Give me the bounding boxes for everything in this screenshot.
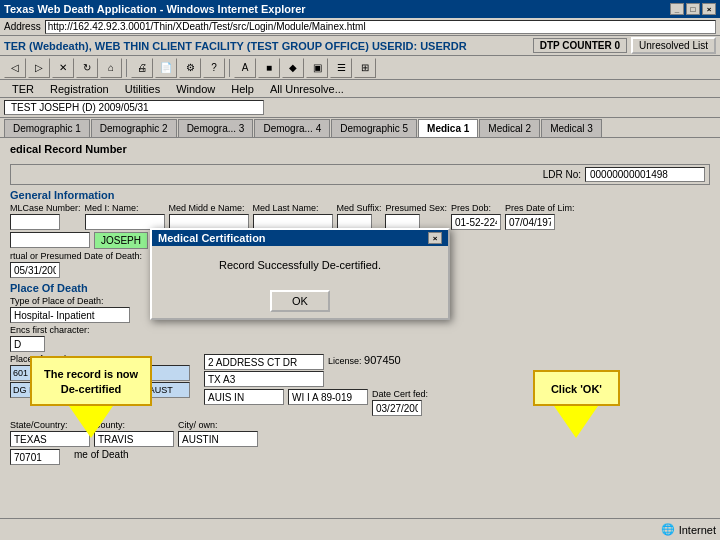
refresh-button[interactable]: ↻ [76,58,98,78]
toolbar-btn-b[interactable]: ■ [258,58,280,78]
status-text: Internet [679,524,716,536]
forward-button[interactable]: ▷ [28,58,50,78]
cityown-cell: City/ own: [178,420,258,447]
modal-titlebar: Medical Certification × [152,230,448,246]
menu-all-unresolved[interactable]: All Unresolve... [262,82,352,96]
addr2-input[interactable] [204,354,324,370]
medmiddle-cell: Med Midd e Name: [169,203,249,230]
zip-input[interactable] [10,449,60,465]
datecert-input[interactable] [372,400,422,416]
address-cell: Place of Death: [10,354,190,398]
status-bar: 🌐 Internet [0,518,720,540]
date-death-input[interactable] [10,262,60,278]
presdatelim-label: Pres Date of Lim: [505,203,575,213]
city2-cell [204,389,284,405]
presspx-cell: Presumed Sex: [385,203,447,230]
unresolved-button[interactable]: Unresolved List [631,37,716,54]
city2-input[interactable] [204,389,284,405]
modal-dialog: Medical Certification × Record Successfu… [150,228,450,320]
city2-row: Date Cert fed: [204,389,428,416]
address-bar: Address [0,18,720,36]
stop-button[interactable]: ✕ [52,58,74,78]
dtp-counter: DTP COUNTER 0 [533,38,627,53]
medsuffix-cell: Med Suffix: [337,203,382,230]
tab-medical2[interactable]: Medical 2 [479,119,540,137]
toolbar-btn-c[interactable]: ◆ [282,58,304,78]
address-input[interactable] [45,20,716,34]
type-place-label: Type of Place of Death: [10,296,130,306]
tabs-row: Demographic 1 Demographic 2 Demogra... 3… [0,118,720,138]
window-title: Texas Web Death Application - Windows In… [4,3,306,15]
presdob-input[interactable] [451,214,501,230]
cityown-label: City/ own: [178,420,258,430]
cityown-input[interactable] [178,431,258,447]
presdatelim-input[interactable] [505,214,555,230]
toolbar: ◁ ▷ ✕ ↻ ⌂ 🖨 📄 ⚙ ? A ■ ◆ ▣ ☰ ⊞ [0,56,720,80]
modal-ok-button[interactable]: OK [270,290,330,312]
title-bar: Texas Web Death Application - Windows In… [0,0,720,18]
tab-demographic1[interactable]: Demographic 1 [4,119,90,137]
home-button[interactable]: ⌂ [100,58,122,78]
menu-utilities[interactable]: Utilities [117,82,168,96]
minimize-button[interactable]: _ [670,3,684,15]
back-button[interactable]: ◁ [4,58,26,78]
menu-registration[interactable]: Registration [42,82,117,96]
internet-status: 🌐 Internet [661,523,716,536]
address-input-field[interactable] [10,365,190,381]
tab-demographic2[interactable]: Demographic 2 [91,119,177,137]
toolbar-btn-e[interactable]: ☰ [330,58,352,78]
help-toolbar-button[interactable]: ? [203,58,225,78]
license-label: License: 907450 [328,354,401,366]
datecert-label: Date Cert fed: [372,389,428,399]
county-input[interactable] [94,431,174,447]
county-cell: County: [94,420,174,447]
menu-ter[interactable]: TER [4,82,42,96]
print-button[interactable]: 🖨 [131,58,153,78]
state-cell: State/Country: [10,420,90,447]
maximize-button[interactable]: □ [686,3,700,15]
menu-help[interactable]: Help [223,82,262,96]
toolbar-sep-2 [229,59,230,77]
toolbar-btn-f[interactable]: ⊞ [354,58,376,78]
window-controls: _ □ × [670,3,716,15]
joseph-input[interactable] [10,232,90,248]
city-state-input[interactable] [10,382,190,398]
date-death-cell: rtual or Presumed Date of Death: [10,251,142,278]
close-button[interactable]: × [702,3,716,15]
will-input[interactable] [288,389,368,405]
toolbar-btn-d[interactable]: ▣ [306,58,328,78]
address-row: Place of Death: License: 907450 [10,354,710,418]
state2-input[interactable] [204,371,324,387]
right-address-block: License: 907450 Date Cert fed: [204,354,428,418]
globe-icon: 🌐 [661,523,675,536]
date-death-label: rtual or Presumed Date of Death: [10,251,142,261]
menu-window[interactable]: Window [168,82,223,96]
zip-row: me of Death [10,449,710,465]
tools-button[interactable]: ⚙ [179,58,201,78]
page-button[interactable]: 📄 [155,58,177,78]
mlcase-input[interactable] [10,214,60,230]
type-place-input[interactable] [10,307,130,323]
tab-medical3[interactable]: Medical 3 [541,119,602,137]
medsuffix-label: Med Suffix: [337,203,382,213]
modal-body: Record Successfully De-certified. [152,246,448,284]
tab-demographic3[interactable]: Demogra... 3 [178,119,254,137]
ldr-value: 00000000001498 [585,167,705,182]
medlast-cell: Med Last Name: [253,203,333,230]
presdatelim-cell: Pres Date of Lim: [505,203,575,230]
toolbar-btn-a[interactable]: A [234,58,256,78]
datecert-cell: Date Cert fed: [372,389,428,416]
modal-close-icon[interactable]: × [428,232,442,244]
enc-row: Encs first character: [10,325,710,352]
county-label: County: [94,420,174,430]
enc-input[interactable] [10,336,45,352]
zip-cell [10,449,60,465]
tab-demographic4[interactable]: Demogra... 4 [254,119,330,137]
mlcase-label: MLCase Number: [10,203,81,213]
ldr-label: LDR No: [543,169,581,180]
state-input[interactable] [10,431,90,447]
tab-medica1[interactable]: Medica 1 [418,119,478,137]
tab-demographic5[interactable]: Demographic 5 [331,119,417,137]
addr2-row: License: 907450 [204,354,428,387]
joseph-label: JOSEPH [94,232,148,249]
